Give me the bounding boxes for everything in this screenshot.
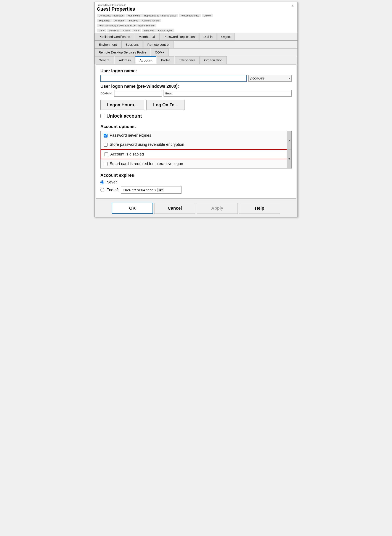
tab-endereco[interactable]: Endereço xyxy=(107,28,121,32)
log-on-to-button[interactable]: Log On To... xyxy=(146,100,185,110)
tab-com[interactable]: COM+ xyxy=(151,48,168,56)
tab-controle[interactable]: Controle remoto xyxy=(140,19,161,22)
pre-win2000-row: DOMAIN\ Guest xyxy=(100,90,292,97)
option-account-disabled: Account is disabled xyxy=(101,149,291,159)
large-title: Guest Properties xyxy=(97,6,135,12)
tab-dial-in[interactable]: Dial-in xyxy=(199,33,217,40)
logon-buttons: Logon Hours... Log On To... xyxy=(100,100,292,110)
pre-win2000-value[interactable]: Guest xyxy=(163,90,292,97)
option-password-expires-label: Password never expires xyxy=(110,133,151,138)
domain-prefix: DOMAIN\ xyxy=(100,91,112,96)
logon-name-input[interactable] xyxy=(100,75,247,82)
tab-row-4: Geral Endereço Conta Perfil Telefones Or… xyxy=(97,28,295,33)
title-bar: Propriedades do Convidado Guest Properti… xyxy=(94,2,298,33)
tab-seguranca[interactable]: Segurança xyxy=(97,19,112,22)
pre-win2000-label: User logon name (pre-Windows 2000): xyxy=(100,84,292,89)
tab-account[interactable]: Account xyxy=(135,56,156,64)
big-tab-row-3: Remote Desktop Services Profile COM+ xyxy=(94,48,298,56)
logon-name-row: @DOMAIN ▼ xyxy=(100,75,292,82)
option-store-password-checkbox[interactable] xyxy=(104,143,107,147)
account-options-box: Password never expires Store password us… xyxy=(100,131,292,168)
account-options-label: Account options: xyxy=(100,124,292,129)
unlock-account-label: Unlock account xyxy=(107,113,142,119)
apply-button[interactable]: Apply xyxy=(197,203,238,214)
end-of-label: End of: xyxy=(107,188,119,192)
big-tab-row-4: General Address Account Profile Telephon… xyxy=(94,56,298,64)
tab-object[interactable]: Object xyxy=(217,33,235,40)
expires-section: Account expires Never End of: 2024 נובמב… xyxy=(100,173,292,194)
tab-perfil-rds[interactable]: Perfil dos Serviços de Ambiente de Traba… xyxy=(97,24,156,27)
big-tab-row-1: Published Certificates Member Of Passwor… xyxy=(94,33,298,41)
never-radio-row: Never xyxy=(100,180,292,185)
tab-general[interactable]: General xyxy=(94,56,114,64)
calendar-button[interactable]: ▣▾ xyxy=(158,188,164,192)
tab-geral[interactable]: Geral xyxy=(97,28,107,32)
option-store-password: Store password using reversible encrypti… xyxy=(101,140,291,149)
tab-environment[interactable]: Environment xyxy=(94,41,121,48)
content-area: User logon name: @DOMAIN ▼ User logon na… xyxy=(96,64,296,199)
never-label: Never xyxy=(107,180,117,185)
date-value: 2024 נובמבר 04 יום שני xyxy=(123,188,156,192)
tab-telefones[interactable]: Telefones xyxy=(142,28,156,32)
option-password-never-expires: Password never expires xyxy=(101,131,291,140)
tab-perfil[interactable]: Perfil xyxy=(132,28,141,32)
tab-row-3: Perfil dos Serviços de Ambiente de Traba… xyxy=(97,24,295,28)
logon-hours-button[interactable]: Logon Hours... xyxy=(100,100,144,110)
option-password-expires-checkbox[interactable] xyxy=(104,134,107,138)
tab-rdp-profile[interactable]: Remote Desktop Services Profile xyxy=(94,48,150,56)
never-radio[interactable] xyxy=(100,180,104,184)
option-smart-card: Smart card is required for interactive l… xyxy=(101,159,291,168)
tab-row-2: Segurança Ambiente Sessões Controle remo… xyxy=(97,19,295,23)
main-content: User logon name: @DOMAIN ▼ User logon na… xyxy=(100,68,292,194)
option-store-password-label: Store password using reversible encrypti… xyxy=(110,142,184,147)
small-title: Propriedades do Convidado xyxy=(97,4,135,6)
tab-sessions[interactable]: Sessions xyxy=(121,41,143,48)
unlock-account-checkbox[interactable] xyxy=(100,114,104,118)
main-window: Propriedades do Convidado Guest Properti… xyxy=(94,2,298,217)
end-of-radio[interactable] xyxy=(100,188,104,192)
tab-telephones[interactable]: Telephones xyxy=(175,56,200,64)
domain-suffix-wrapper: @DOMAIN ▼ xyxy=(248,75,292,82)
option-account-disabled-label: Account is disabled xyxy=(110,152,144,157)
help-button[interactable]: Help xyxy=(239,203,280,214)
option-account-disabled-checkbox[interactable] xyxy=(104,152,108,156)
big-tab-row-2: Environment Sessions Remote control xyxy=(94,41,298,48)
tab-remote-control[interactable]: Remote control xyxy=(143,41,173,48)
scroll-down-button[interactable]: ▼ xyxy=(287,150,291,168)
options-scroll-wrapper: Password never expires Store password us… xyxy=(101,131,291,168)
unlock-account-row: Unlock account xyxy=(100,113,292,119)
date-field: 2024 נובמבר 04 יום שני ▣▾ xyxy=(121,186,182,194)
tab-row-1: Certificados Publicados Membro de Replic… xyxy=(97,14,295,18)
scroll-up-button[interactable]: ▲ xyxy=(287,131,291,150)
tab-profile[interactable]: Profile xyxy=(157,56,174,64)
option-smart-card-label: Smart card is required for interactive l… xyxy=(110,161,183,166)
tab-organization[interactable]: Organization xyxy=(200,56,227,64)
option-smart-card-checkbox[interactable] xyxy=(104,162,107,166)
tab-conta[interactable]: Conta xyxy=(121,28,131,32)
cancel-button[interactable]: Cancel xyxy=(154,203,195,214)
tab-password-replication[interactable]: Password Replication xyxy=(159,33,199,40)
end-of-radio-row: End of: 2024 נובמבר 04 יום שני ▣▾ xyxy=(100,186,292,194)
tab-published-certificates[interactable]: Published Certificates xyxy=(94,33,134,40)
tab-objeto[interactable]: Objeto xyxy=(202,14,212,17)
user-logon-label: User logon name: xyxy=(100,68,292,73)
tab-sessoes[interactable]: Sessões xyxy=(127,19,140,22)
tab-membro[interactable]: Membro de xyxy=(126,14,142,17)
tab-acesso[interactable]: Acesso telefónico xyxy=(179,14,201,17)
tab-ambiente[interactable]: Ambiente xyxy=(112,19,126,22)
pre-win2000-input[interactable] xyxy=(114,90,162,97)
footer: OK Cancel Apply Help xyxy=(94,200,298,217)
tab-member-of[interactable]: Member Of xyxy=(135,33,159,40)
tab-organizacao[interactable]: Organização xyxy=(156,28,174,32)
window-titles: Propriedades do Convidado Guest Properti… xyxy=(97,4,135,13)
tab-replicacao[interactable]: Replicação de Palavras-passe xyxy=(142,14,178,17)
tab-certificados[interactable]: Certificados Publicados xyxy=(97,14,126,17)
tab-address[interactable]: Address xyxy=(115,56,135,64)
expires-label: Account expires xyxy=(100,173,292,178)
ok-button[interactable]: OK xyxy=(112,203,153,214)
close-button[interactable]: × xyxy=(290,4,295,9)
domain-suffix-select[interactable]: @DOMAIN xyxy=(248,75,292,82)
